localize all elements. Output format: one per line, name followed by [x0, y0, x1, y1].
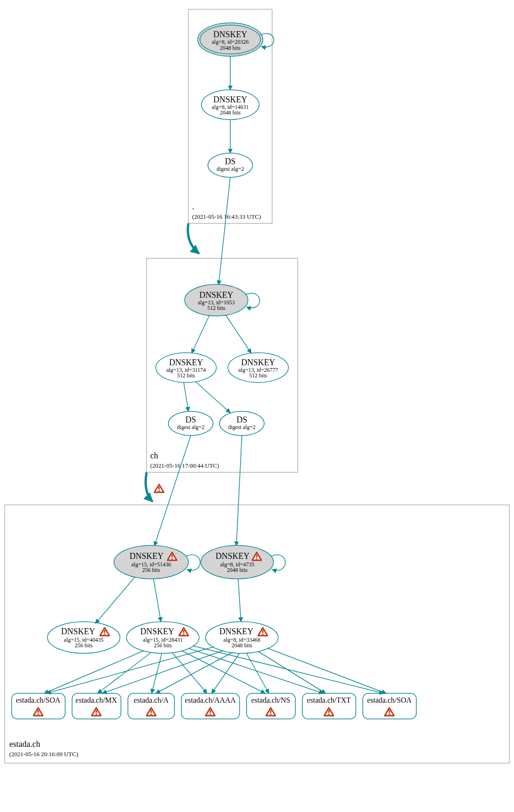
node-ch-ksk: DNSKEY alg=13, id=1053 512 bits [185, 284, 248, 316]
svg-text:DNSKEY: DNSKEY [140, 627, 174, 636]
svg-text:DNSKEY: DNSKEY [215, 551, 249, 561]
svg-text:estada.ch/SOA: estada.ch/SOA [367, 696, 412, 704]
node-root-ds: DS digest alg=2 [208, 153, 253, 177]
zone-estada-ts: (2021-05-16 20:16:09 UTC) [9, 751, 78, 758]
svg-text:DNSKEY: DNSKEY [129, 551, 163, 561]
edge-zsk3-r5 [247, 653, 269, 693]
edge-zsk2-r2 [98, 652, 151, 693]
zone-estada-name: estada.ch [9, 739, 40, 749]
edge-root-ds-to-ch-ksk [219, 177, 230, 285]
rrset-ns: estada.ch/NS [247, 693, 295, 719]
svg-text:256 bits: 256 bits [75, 642, 93, 649]
svg-text:digest alg=2: digest alg=2 [216, 166, 244, 172]
node-est-zsk3: DNSKEY alg=8, id=33468 2048 bits [206, 622, 278, 653]
node-est-ksk1: DNSKEY alg=15, id=51436 256 bits [114, 545, 188, 579]
node-ch-ds1: DS digest alg=2 [168, 411, 213, 436]
svg-text:DNSKEY: DNSKEY [213, 95, 247, 104]
edge-zone-root-to-ch [188, 223, 199, 254]
edge-zone-ch-to-estada [146, 472, 153, 502]
edge-ch-ds2-to-est-ksk2 [236, 436, 242, 546]
rrset-soa: estada.ch/SOA [12, 693, 65, 719]
svg-text:DNSKEY: DNSKEY [219, 627, 253, 636]
svg-text:2048 bits: 2048 bits [220, 45, 241, 51]
svg-text:digest alg=2: digest alg=2 [177, 424, 204, 430]
edge-est-ksk1-to-zsk1 [95, 577, 135, 624]
rrset-aaaa: estada.ch/AAAA [181, 693, 240, 719]
edge-zsk3-r2 [102, 651, 223, 693]
node-ch-ds2: DS digest alg=2 [220, 411, 264, 436]
edge-ch-zsk1-to-ds2 [195, 382, 230, 413]
svg-text:digest alg=2: digest alg=2 [228, 424, 255, 430]
edge-zsk2-r7 [193, 646, 384, 693]
zone-ch-name: ch [150, 451, 158, 460]
edge-est-ksk1-to-zsk2 [154, 579, 161, 622]
svg-text:512 bits: 512 bits [177, 372, 195, 379]
edge-zsk3-r7 [267, 648, 386, 693]
node-root-ksk: DNSKEY alg=8, id=20326 2048 bits [198, 23, 263, 56]
svg-text:estada.ch/SOA: estada.ch/SOA [16, 696, 60, 704]
edge-zsk3-r4 [212, 653, 240, 693]
svg-text:512 bits: 512 bits [249, 372, 267, 379]
svg-text:DNSKEY: DNSKEY [61, 627, 95, 636]
svg-text:DNSKEY: DNSKEY [213, 30, 247, 39]
node-est-ksk2: DNSKEY alg=8, id=4735 2048 bits [201, 545, 274, 579]
edge-zsk2-r4 [172, 652, 207, 693]
node-ch-zsk2: DNSKEY alg=13, id=26777 512 bits [228, 353, 288, 383]
svg-text:DNSKEY: DNSKEY [169, 358, 203, 367]
svg-text:estada.ch/MX: estada.ch/MX [75, 696, 117, 704]
svg-text:2048 bits: 2048 bits [227, 567, 248, 573]
warning-icon [154, 484, 164, 492]
edge-zsk3-r3 [156, 652, 233, 693]
svg-text:DNSKEY: DNSKEY [199, 290, 233, 300]
edge-zsk2-r3 [152, 653, 162, 693]
edge-zsk3-r1 [47, 647, 214, 693]
zone-ch-ts: (2021-05-16 17:00:44 UTC) [150, 462, 219, 469]
edge-est-ksk2-to-zsk3 [238, 579, 241, 622]
svg-text:2048 bits: 2048 bits [220, 109, 241, 116]
svg-text:DS: DS [185, 415, 196, 424]
svg-text:256 bits: 256 bits [142, 567, 160, 573]
node-root-zsk: DNSKEY alg=8, id=14631 2048 bits [201, 90, 259, 120]
zone-root-name: . [192, 202, 194, 211]
edge-ch-zsk1-to-ds1 [184, 383, 188, 411]
edge-zsk2-r5 [181, 651, 265, 693]
edge-zsk2-r1 [44, 651, 144, 693]
svg-text:2048 bits: 2048 bits [232, 642, 253, 649]
svg-text:DS: DS [225, 157, 235, 166]
svg-text:DNSKEY: DNSKEY [241, 358, 275, 367]
rrset-soa2: estada.ch/SOA [363, 693, 416, 719]
svg-text:estada.ch/AAAA: estada.ch/AAAA [185, 696, 236, 704]
rrset-mx: estada.ch/MX [72, 693, 121, 719]
svg-text:256 bits: 256 bits [154, 642, 172, 649]
svg-text:alg=8, id=20326: alg=8, id=20326 [212, 39, 249, 45]
node-ch-zsk1: DNSKEY alg=13, id=31174 512 bits [156, 353, 216, 383]
svg-text:estada.ch/TXT: estada.ch/TXT [307, 696, 351, 704]
svg-text:estada.ch/NS: estada.ch/NS [251, 696, 290, 704]
node-est-zsk1: DNSKEY alg=15, id=40435 256 bits [47, 622, 120, 653]
edge-ch-ksk-to-zsk2 [226, 315, 251, 353]
edge-ch-ksk-to-zsk1 [192, 315, 209, 353]
rrset-txt: estada.ch/TXT [302, 693, 356, 719]
svg-text:512 bits: 512 bits [207, 305, 226, 311]
node-est-zsk2: DNSKEY alg=15, id=28431 256 bits [127, 622, 199, 653]
svg-text:DS: DS [236, 415, 247, 424]
rrset-a: estada.ch/A [128, 693, 174, 719]
edge-zsk2-r6 [188, 648, 323, 693]
svg-text:estada.ch/A: estada.ch/A [134, 696, 169, 704]
